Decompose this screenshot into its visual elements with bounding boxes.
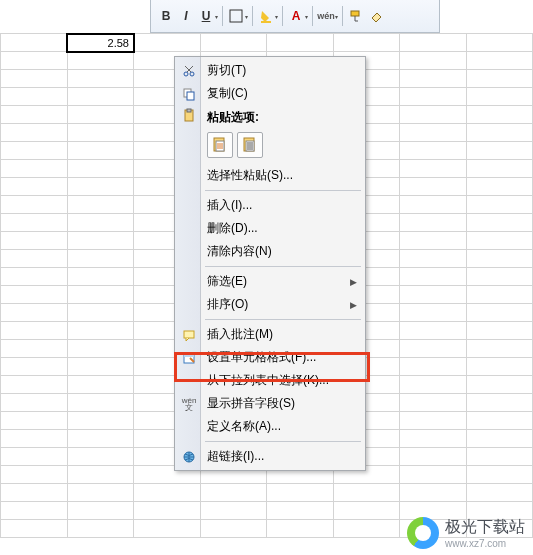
- menu-separator: [205, 319, 361, 320]
- submenu-arrow-icon: ▶: [350, 277, 357, 287]
- menu-label: 删除(D)...: [207, 220, 258, 237]
- menu-clear-contents[interactable]: 清除内容(N): [177, 240, 363, 263]
- menu-label: 显示拼音字段(S): [207, 395, 295, 412]
- chevron-down-icon[interactable]: ▾: [215, 13, 218, 20]
- menu-label: 复制(C): [207, 85, 248, 102]
- svg-rect-1: [261, 21, 271, 23]
- menu-label: 选择性粘贴(S)...: [207, 167, 293, 184]
- menu-format-cells[interactable]: 设置单元格格式(F)...: [177, 346, 363, 369]
- menu-insert-comment[interactable]: 插入批注(M): [177, 323, 363, 346]
- chevron-down-icon[interactable]: ▾: [335, 13, 338, 20]
- svg-rect-6: [187, 92, 194, 100]
- underline-button[interactable]: U: [197, 7, 215, 25]
- fill-color-button[interactable]: [257, 7, 275, 25]
- menu-label: 粘贴选项:: [207, 110, 259, 124]
- menu-label: 排序(O): [207, 296, 248, 313]
- menu-label: 筛选(E): [207, 273, 247, 290]
- menu-insert[interactable]: 插入(I)...: [177, 194, 363, 217]
- menu-pick-from-list[interactable]: 从下拉列表中选择(K)...: [177, 369, 363, 392]
- menu-paste-options-header: 粘贴选项:: [177, 105, 363, 128]
- menu-hyperlink[interactable]: 超链接(I)...: [177, 445, 363, 468]
- svg-point-4: [190, 72, 194, 76]
- toolbar-separator: [222, 6, 223, 26]
- pinyin-guide-button[interactable]: wén: [317, 7, 335, 25]
- menu-label: 超链接(I)...: [207, 448, 264, 465]
- cell-context-menu: 剪切(T) 复制(C) 粘贴选项: 选择性粘贴(S)... 插入(I)... 删…: [174, 56, 366, 471]
- menu-separator: [205, 266, 361, 267]
- svg-rect-15: [184, 354, 194, 357]
- toolbar-separator: [252, 6, 253, 26]
- menu-paste-options-row: [177, 128, 363, 164]
- chevron-down-icon[interactable]: ▾: [305, 13, 308, 20]
- comment-icon: [181, 327, 197, 343]
- menu-separator: [205, 441, 361, 442]
- toolbar-separator: [342, 6, 343, 26]
- menu-label: 设置单元格格式(F)...: [207, 349, 316, 366]
- pinyin-icon: wén文: [181, 396, 197, 412]
- menu-show-pinyin[interactable]: wén文 显示拼音字段(S): [177, 392, 363, 415]
- border-button[interactable]: [227, 7, 245, 25]
- paste-icon: [181, 107, 197, 123]
- watermark-url: www.xz7.com: [445, 538, 525, 549]
- menu-label: 定义名称(A)...: [207, 418, 281, 435]
- font-color-button[interactable]: A: [287, 7, 305, 25]
- menu-sort[interactable]: 排序(O) ▶: [177, 293, 363, 316]
- eraser-button[interactable]: [367, 7, 385, 25]
- menu-copy[interactable]: 复制(C): [177, 82, 363, 105]
- format-cells-icon: [181, 350, 197, 366]
- watermark-title: 极光下载站: [445, 518, 525, 535]
- italic-button[interactable]: I: [177, 7, 195, 25]
- menu-separator: [205, 190, 361, 191]
- format-painter-button[interactable]: [347, 7, 365, 25]
- svg-rect-0: [230, 10, 242, 22]
- watermark: 极光下载站 www.xz7.com: [407, 517, 525, 549]
- cut-icon: [181, 63, 197, 79]
- copy-icon: [181, 86, 197, 102]
- svg-rect-2: [351, 11, 359, 16]
- selected-cell[interactable]: 2.58: [67, 34, 134, 52]
- submenu-arrow-icon: ▶: [350, 300, 357, 310]
- watermark-logo-icon: [407, 517, 439, 549]
- bold-button[interactable]: B: [157, 7, 175, 25]
- toolbar-separator: [282, 6, 283, 26]
- chevron-down-icon[interactable]: ▾: [275, 13, 278, 20]
- menu-cut[interactable]: 剪切(T): [177, 59, 363, 82]
- toolbar-separator: [312, 6, 313, 26]
- paste-option-values[interactable]: [237, 132, 263, 158]
- menu-paste-special[interactable]: 选择性粘贴(S)...: [177, 164, 363, 187]
- format-toolbar-fragment: B I U ▾ ▾ ▾ A ▾ wén ▾: [150, 0, 440, 33]
- menu-label: 插入(I)...: [207, 197, 252, 214]
- menu-filter[interactable]: 筛选(E) ▶: [177, 270, 363, 293]
- menu-delete[interactable]: 删除(D)...: [177, 217, 363, 240]
- menu-label: 剪切(T): [207, 62, 246, 79]
- svg-rect-8: [187, 109, 191, 112]
- menu-define-name[interactable]: 定义名称(A)...: [177, 415, 363, 438]
- menu-label: 清除内容(N): [207, 243, 272, 260]
- paste-option-all[interactable]: [207, 132, 233, 158]
- hyperlink-icon: [181, 449, 197, 465]
- svg-rect-13: [184, 331, 194, 338]
- menu-label: 插入批注(M): [207, 326, 273, 343]
- chevron-down-icon[interactable]: ▾: [245, 13, 248, 20]
- svg-point-3: [184, 72, 188, 76]
- menu-label: 从下拉列表中选择(K)...: [207, 372, 329, 389]
